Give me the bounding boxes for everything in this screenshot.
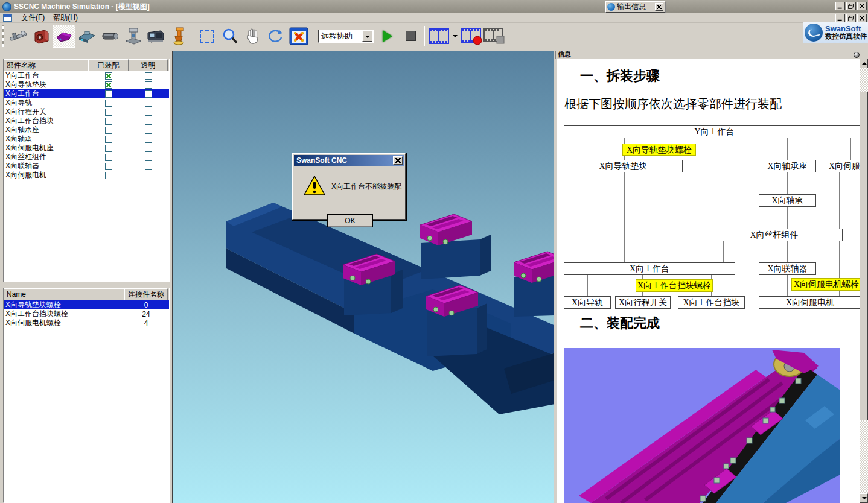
- mdi-child-icon[interactable]: [3, 14, 12, 22]
- flow-box: X向联轴器: [759, 262, 816, 275]
- play-button[interactable]: [376, 25, 399, 48]
- mdi-close-button[interactable]: [857, 14, 867, 22]
- transparent-checkbox[interactable]: [145, 81, 152, 89]
- table-row[interactable]: X向联轴器: [4, 162, 169, 171]
- ok-button[interactable]: OK: [327, 214, 373, 227]
- table-row[interactable]: X向丝杠组件: [4, 153, 169, 162]
- record-stop-button[interactable]: [483, 25, 506, 48]
- swansoft-logo-icon: [805, 24, 823, 42]
- chevron-down-icon[interactable]: [362, 31, 372, 42]
- mdi-restore-button[interactable]: [846, 14, 856, 22]
- worktable-part-tool-button[interactable]: [53, 25, 75, 48]
- transparent-checkbox[interactable]: [145, 154, 152, 161]
- transparent-checkbox[interactable]: [145, 100, 152, 107]
- model-viewport[interactable]: [172, 51, 554, 503]
- record-dropdown-button[interactable]: [450, 25, 460, 48]
- zoom-button[interactable]: [219, 25, 241, 48]
- machine-base-3d: [173, 51, 554, 503]
- assembled-checkbox[interactable]: [105, 109, 112, 116]
- app-icon: [2, 2, 11, 11]
- flow-box: X向导轨: [564, 296, 611, 309]
- transparent-checkbox[interactable]: [145, 109, 152, 116]
- record-button[interactable]: [460, 25, 483, 48]
- close-button[interactable]: [857, 2, 867, 10]
- transparent-checkbox[interactable]: [145, 172, 152, 179]
- transparent-checkbox[interactable]: [145, 163, 152, 170]
- column-header-part-name[interactable]: 部件名称: [4, 59, 88, 71]
- column-header-name[interactable]: Name: [4, 288, 124, 300]
- table-row[interactable]: X向伺服电机座: [4, 144, 169, 153]
- rotate-button[interactable]: [264, 25, 287, 48]
- table-row[interactable]: X向工作台挡块: [4, 116, 169, 125]
- table-row[interactable]: X向轴承: [4, 134, 169, 144]
- transparent-checkbox[interactable]: [145, 90, 152, 98]
- worktable-part-icon: [54, 27, 74, 46]
- select-rect-button[interactable]: [196, 25, 219, 48]
- transparent-checkbox[interactable]: [145, 127, 152, 134]
- machine-bed-tool-button[interactable]: [75, 25, 98, 48]
- scrollbar-thumb[interactable]: [860, 92, 868, 420]
- toolbar: 远程协助: [0, 23, 868, 49]
- scroll-down-button[interactable]: [860, 493, 868, 503]
- scroll-up-button[interactable]: [860, 59, 868, 68]
- table-row[interactable]: X向导轨: [4, 98, 169, 107]
- table-row[interactable]: X向工作台: [4, 89, 169, 98]
- transparent-checkbox[interactable]: [145, 136, 152, 143]
- restore-button[interactable]: [846, 2, 856, 10]
- list-item[interactable]: X向工作台挡块螺栓 24: [4, 309, 169, 318]
- robot-arm-tool-button[interactable]: [167, 25, 190, 48]
- spindle-icon: [100, 27, 120, 46]
- table-row[interactable]: X向行程开关: [4, 107, 169, 116]
- assembled-checkbox[interactable]: [105, 81, 112, 89]
- assembled-checkbox[interactable]: [105, 172, 112, 179]
- assembled-checkbox[interactable]: [105, 145, 112, 152]
- close-icon[interactable]: [655, 3, 663, 11]
- pan-hand-icon: [244, 28, 261, 45]
- list-item[interactable]: X向伺服电机螺栓 4: [4, 318, 169, 327]
- assembled-checkbox[interactable]: [105, 90, 112, 98]
- connector-table: Name 连接件名称 X向导轨垫块螺栓 0 X向工作台挡块螺栓 24 X向伺服电…: [3, 288, 170, 503]
- minimize-button[interactable]: [835, 2, 845, 10]
- spindle-tool-button[interactable]: [98, 25, 121, 48]
- column-header-connector-count[interactable]: 连接件名称: [124, 288, 168, 300]
- rotate-icon: [267, 27, 285, 45]
- restore-icon: [849, 16, 854, 21]
- mdi-minimize-button[interactable]: [835, 14, 845, 22]
- assembled-checkbox[interactable]: [105, 118, 112, 125]
- table-row[interactable]: X向伺服电机: [4, 171, 169, 180]
- assembled-checkbox[interactable]: [105, 154, 112, 161]
- brand-logo: SwanSoft 数控仿真软件: [803, 22, 868, 43]
- record-play-button[interactable]: [427, 25, 450, 48]
- assembled-checkbox[interactable]: [105, 72, 112, 80]
- remote-assist-combo[interactable]: 远程协助: [318, 30, 374, 43]
- transparent-checkbox[interactable]: [145, 145, 152, 152]
- table-row[interactable]: X向导轨垫块: [4, 80, 169, 89]
- assembled-checkbox[interactable]: [105, 163, 112, 170]
- close-icon[interactable]: [393, 156, 403, 165]
- assembled-checkbox[interactable]: [105, 136, 112, 143]
- output-info-float-window[interactable]: 输出信息: [605, 1, 665, 13]
- list-item[interactable]: X向导轨垫块螺栓 0: [4, 300, 169, 309]
- dialog-title-bar[interactable]: SwanSoft CNC: [294, 155, 404, 166]
- toolbar-grip[interactable]: [2, 25, 4, 47]
- fit-view-button[interactable]: [287, 25, 310, 48]
- column-header-assembled[interactable]: 已装配: [88, 59, 129, 71]
- menu-file[interactable]: 文件(F): [17, 12, 49, 24]
- assembled-checkbox[interactable]: [105, 127, 112, 134]
- assembled-checkbox[interactable]: [105, 100, 112, 107]
- menu-help[interactable]: 帮助(H): [49, 12, 82, 24]
- gearbox-tool-button[interactable]: [30, 25, 53, 48]
- stop-button[interactable]: [399, 25, 422, 48]
- column-header-transparent[interactable]: 透明: [129, 59, 168, 71]
- pin-icon[interactable]: [854, 52, 860, 58]
- transparent-checkbox[interactable]: [145, 118, 152, 125]
- pan-button[interactable]: [241, 25, 264, 48]
- screw-shaft-tool-button[interactable]: [7, 25, 30, 48]
- table-row[interactable]: Y向工作台: [4, 71, 169, 80]
- warning-icon: [304, 176, 325, 195]
- cnc-machine-tool-button[interactable]: [144, 25, 167, 48]
- info-scrollbar[interactable]: [860, 59, 868, 503]
- table-row[interactable]: X向轴承座: [4, 125, 169, 134]
- transparent-checkbox[interactable]: [145, 72, 152, 80]
- drill-press-tool-button[interactable]: [121, 25, 144, 48]
